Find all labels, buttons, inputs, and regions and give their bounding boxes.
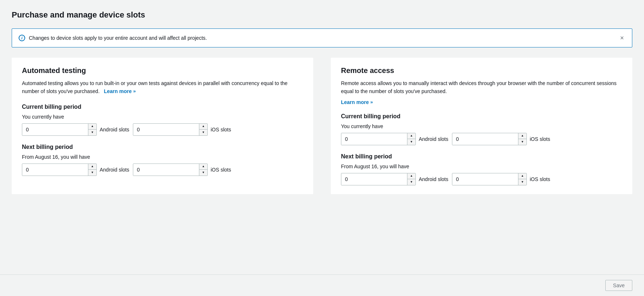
automated-next-ios-spinner: ▲ ▼ <box>199 164 207 176</box>
remote-next-billing-subtitle: From August 16, you will have <box>341 164 622 169</box>
automated-current-android-spinner: ▲ ▼ <box>88 124 96 135</box>
info-banner: i Changes to device slots apply to your … <box>12 28 632 47</box>
remote-next-billing: Next billing period From August 16, you … <box>341 153 622 185</box>
remote-chevron-double-icon: » <box>370 99 373 105</box>
automated-current-android-down[interactable]: ▼ <box>88 130 96 135</box>
automated-current-ios-spinner: ▲ ▼ <box>199 124 207 135</box>
remote-next-android-input-wrapper: ▲ ▼ <box>341 173 416 185</box>
automated-learn-more-link[interactable]: Learn more » <box>104 87 135 95</box>
footer-bar: Save <box>0 274 644 296</box>
page-title: Purchase and manage device slots <box>12 10 632 20</box>
remote-current-android-down[interactable]: ▼ <box>407 139 415 145</box>
remote-current-ios-input[interactable] <box>452 133 518 145</box>
remote-current-android-up[interactable]: ▲ <box>407 133 415 139</box>
automated-next-ios-label: iOS slots <box>211 167 231 173</box>
remote-current-slots-row: ▲ ▼ Android slots ▲ ▼ <box>341 133 622 145</box>
automated-next-slots-row: ▲ ▼ Android slots ▲ ▼ <box>22 164 303 176</box>
remote-current-billing-subtitle: You currently have <box>341 123 622 129</box>
remote-next-android-input[interactable] <box>341 173 407 185</box>
remote-next-ios-spinner: ▲ ▼ <box>518 173 526 185</box>
remote-current-android-spinner: ▲ ▼ <box>407 133 415 145</box>
remote-current-ios-input-wrapper: ▲ ▼ <box>452 133 527 145</box>
automated-current-billing-subtitle: You currently have <box>22 114 303 120</box>
automated-testing-section: Automated testing Automated testing allo… <box>12 58 313 194</box>
automated-current-billing: Current billing period You currently hav… <box>22 104 303 136</box>
automated-current-ios-input[interactable] <box>133 124 199 135</box>
remote-current-android-input-wrapper: ▲ ▼ <box>341 133 416 145</box>
remote-next-android-group: ▲ ▼ Android slots <box>341 173 448 185</box>
remote-current-ios-down[interactable]: ▼ <box>518 139 526 145</box>
automated-current-ios-group: ▲ ▼ iOS slots <box>133 123 231 136</box>
remote-current-ios-group: ▲ ▼ iOS slots <box>452 133 550 145</box>
remote-next-ios-label: iOS slots <box>530 176 550 182</box>
remote-next-ios-down[interactable]: ▼ <box>518 179 526 185</box>
close-banner-button[interactable]: × <box>618 34 625 42</box>
automated-next-android-up[interactable]: ▲ <box>88 164 96 170</box>
automated-current-ios-up[interactable]: ▲ <box>199 124 207 130</box>
automated-next-ios-down[interactable]: ▼ <box>199 170 207 176</box>
remote-desc-block: Remote access allows you to manually int… <box>341 79 622 105</box>
remote-learn-more-link[interactable]: Learn more » <box>341 99 622 105</box>
remote-next-android-up[interactable]: ▲ <box>407 173 415 179</box>
remote-next-android-down[interactable]: ▼ <box>407 179 415 185</box>
remote-access-title: Remote access <box>341 66 622 75</box>
info-banner-left: i Changes to device slots apply to your … <box>19 35 207 41</box>
remote-next-ios-input-wrapper: ▲ ▼ <box>452 173 527 185</box>
remote-next-ios-input[interactable] <box>452 173 518 185</box>
automated-next-billing: Next billing period From August 16, you … <box>22 144 303 176</box>
automated-current-ios-input-wrapper: ▲ ▼ <box>133 123 208 136</box>
automated-current-ios-down[interactable]: ▼ <box>199 130 207 135</box>
remote-next-android-spinner: ▲ ▼ <box>407 173 415 185</box>
info-icon: i <box>19 35 25 41</box>
automated-next-android-group: ▲ ▼ Android slots <box>22 164 129 176</box>
automated-next-android-input[interactable] <box>22 164 88 176</box>
automated-current-android-input-wrapper: ▲ ▼ <box>22 123 97 136</box>
automated-next-android-down[interactable]: ▼ <box>88 170 96 176</box>
remote-next-ios-group: ▲ ▼ iOS slots <box>452 173 550 185</box>
remote-current-android-group: ▲ ▼ Android slots <box>341 133 448 145</box>
remote-current-android-label: Android slots <box>419 136 448 142</box>
automated-next-ios-input[interactable] <box>133 164 199 176</box>
remote-next-billing-title: Next billing period <box>341 153 622 160</box>
remote-current-billing: Current billing period You currently hav… <box>341 113 622 145</box>
automated-current-android-group: ▲ ▼ Android slots <box>22 123 129 136</box>
automated-next-android-label: Android slots <box>100 167 129 173</box>
automated-next-ios-up[interactable]: ▲ <box>199 164 207 170</box>
remote-current-ios-up[interactable]: ▲ <box>518 133 526 139</box>
chevron-double-icon: » <box>133 88 136 95</box>
automated-testing-description: Automated testing allows you to run buil… <box>22 79 303 96</box>
automated-current-android-input[interactable] <box>22 124 88 135</box>
automated-current-ios-label: iOS slots <box>211 127 231 132</box>
remote-next-slots-row: ▲ ▼ Android slots ▲ ▼ <box>341 173 622 185</box>
automated-testing-title: Automated testing <box>22 66 303 75</box>
automated-next-billing-title: Next billing period <box>22 144 303 150</box>
automated-next-ios-input-wrapper: ▲ ▼ <box>133 164 208 176</box>
remote-next-ios-up[interactable]: ▲ <box>518 173 526 179</box>
automated-current-android-up[interactable]: ▲ <box>88 124 96 130</box>
remote-current-ios-spinner: ▲ ▼ <box>518 133 526 145</box>
automated-current-android-label: Android slots <box>100 127 129 132</box>
automated-current-slots-row: ▲ ▼ Android slots ▲ ▼ <box>22 123 303 136</box>
automated-next-billing-subtitle: From August 16, you will have <box>22 154 303 160</box>
remote-access-section: Remote access Remote access allows you t… <box>331 58 632 194</box>
automated-next-ios-group: ▲ ▼ iOS slots <box>133 164 231 176</box>
info-banner-text: Changes to device slots apply to your en… <box>29 35 207 41</box>
remote-current-billing-title: Current billing period <box>341 113 622 120</box>
automated-next-android-input-wrapper: ▲ ▼ <box>22 164 97 176</box>
remote-current-android-input[interactable] <box>341 133 407 145</box>
two-column-layout: Automated testing Automated testing allo… <box>12 58 632 194</box>
remote-current-ios-label: iOS slots <box>530 136 550 142</box>
save-button[interactable]: Save <box>605 280 632 291</box>
automated-current-billing-title: Current billing period <box>22 104 303 110</box>
remote-next-android-label: Android slots <box>419 176 448 182</box>
remote-access-description: Remote access allows you to manually int… <box>341 79 622 96</box>
automated-next-android-spinner: ▲ ▼ <box>88 164 96 176</box>
